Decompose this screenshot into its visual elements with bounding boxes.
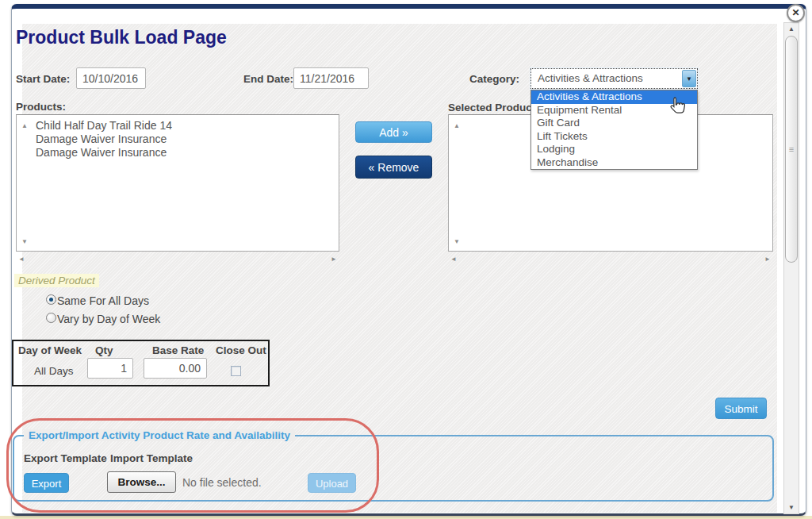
derived-product-label: Derived Product: [14, 274, 99, 287]
scrollbar-thumb[interactable]: ≡: [785, 36, 798, 263]
qty-input[interactable]: [87, 358, 133, 379]
category-dropdown-list[interactable]: Activities & Attractions Equipment Renta…: [530, 90, 698, 170]
export-import-legend: Export/Import Activity Product Rate and …: [24, 429, 295, 441]
products-horizontal-scrollbar[interactable]: ◄ ►: [16, 254, 339, 264]
modal-vertical-scrollbar[interactable]: ▲ ≡ ▼: [783, 22, 799, 514]
start-date-label: Start Date:: [16, 73, 70, 85]
dropdown-option[interactable]: Merchandise: [531, 156, 697, 170]
dropdown-option[interactable]: Activities & Attractions: [531, 90, 697, 104]
start-date-input[interactable]: [76, 67, 146, 89]
add-button[interactable]: Add »: [355, 121, 432, 143]
selected-products-horizontal-scrollbar[interactable]: ◄ ►: [448, 254, 773, 264]
scroll-right-icon[interactable]: ►: [331, 256, 337, 263]
products-listbox[interactable]: ▲ ▼ Child Half Day Trail Ride 14 Damage …: [16, 114, 339, 252]
remove-button[interactable]: « Remove: [355, 156, 432, 179]
scrollbar-down-arrow-icon[interactable]: ▼: [784, 504, 799, 511]
scroll-right-icon[interactable]: ►: [764, 256, 771, 263]
radio-label[interactable]: Same For All Days: [57, 294, 149, 307]
browse-button[interactable]: Browse...: [107, 471, 176, 493]
category-label: Category:: [469, 73, 519, 85]
close-icon[interactable]: ✕: [787, 4, 805, 22]
close-out-checkbox[interactable]: [231, 366, 241, 376]
page-title: Product Bulk Load Page: [16, 27, 227, 48]
submit-button[interactable]: Submit: [715, 398, 767, 419]
scroll-left-icon[interactable]: ◄: [450, 256, 457, 263]
list-item[interactable]: Damage Waiver Insurance: [36, 146, 335, 160]
chevron-down-icon[interactable]: ▼: [682, 70, 696, 87]
col-header-base-rate: Base Rate: [152, 344, 204, 356]
scrollbar-grip-icon: ≡: [786, 146, 797, 152]
category-select[interactable]: Activities & Attractions ▼: [530, 68, 698, 89]
scroll-left-icon[interactable]: ◄: [18, 256, 25, 263]
row-label-all-days: All Days: [34, 365, 74, 377]
end-date-label: End Date:: [243, 73, 293, 85]
page-background-strip: [0, 516, 812, 519]
base-rate-input[interactable]: [144, 358, 207, 379]
dropdown-option[interactable]: Lift Tickets: [531, 130, 697, 144]
radio-same-for-all-days[interactable]: [46, 294, 56, 305]
listbox-scroll-down-icon[interactable]: ▼: [454, 238, 460, 245]
col-header-qty: Qty: [95, 344, 113, 356]
col-header-close-out: Close Out: [216, 344, 266, 356]
no-file-selected-text: No file selected.: [182, 476, 262, 489]
listbox-scroll-up-icon[interactable]: ▲: [454, 122, 460, 129]
radio-label[interactable]: Vary by Day of Week: [57, 313, 160, 325]
list-item[interactable]: Damage Waiver Insurance: [36, 133, 335, 146]
end-date-input[interactable]: [293, 67, 369, 89]
radio-vary-by-day-of-week[interactable]: [46, 313, 56, 323]
products-label: Products:: [16, 101, 66, 113]
scrollbar-up-arrow-icon[interactable]: ▲: [784, 25, 799, 33]
dropdown-option[interactable]: Equipment Rental: [531, 104, 697, 117]
col-header-day-of-week: Day of Week: [18, 344, 82, 356]
listbox-scroll-up-icon[interactable]: ▲: [21, 122, 28, 129]
category-selected-value: Activities & Attractions: [538, 72, 643, 84]
dropdown-option[interactable]: Gift Card: [531, 117, 697, 130]
list-item[interactable]: Child Half Day Trail Ride 14: [36, 119, 335, 133]
dropdown-option[interactable]: Lodging: [531, 143, 697, 156]
listbox-scroll-down-icon[interactable]: ▼: [21, 238, 28, 245]
